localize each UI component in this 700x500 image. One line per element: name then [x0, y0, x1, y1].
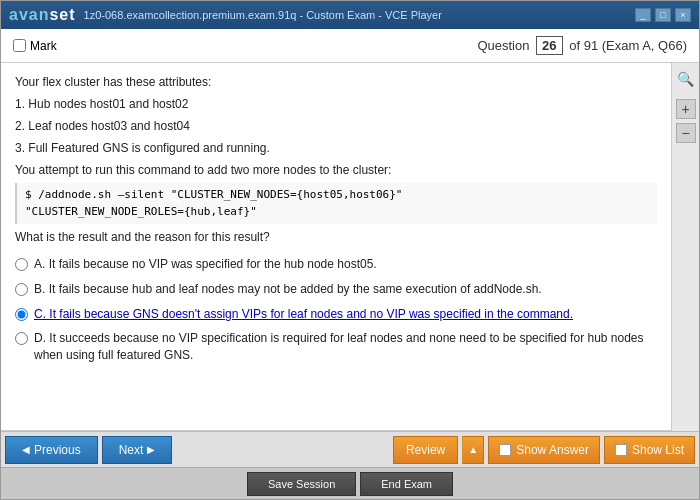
mark-label: Mark	[30, 39, 57, 53]
end-exam-label: End Exam	[381, 478, 432, 490]
review-dropdown-icon: ▲	[468, 444, 478, 455]
question-label: Question	[477, 38, 529, 53]
toolbar-row1: ◀ Previous Next ▶ Review ▲ Show Answer	[1, 431, 699, 467]
main-split: Your flex cluster has these attributes: …	[1, 63, 699, 431]
show-answer-button[interactable]: Show Answer	[488, 436, 600, 464]
show-list-icon	[615, 444, 627, 456]
command-intro: You attempt to run this command to add t…	[15, 161, 657, 179]
title-bar-left: avanset 1z0-068.examcollection.premium.e…	[9, 6, 442, 24]
attr-3: 3. Full Featured GNS is configured and r…	[15, 139, 657, 157]
question-number: 26	[536, 36, 562, 55]
option-d-radio[interactable]	[15, 332, 28, 345]
option-d-label: D. It succeeds because no VIP specificat…	[34, 330, 657, 364]
search-icon[interactable]: 🔍	[677, 71, 694, 87]
options-group: A. It fails because no VIP was specified…	[15, 256, 657, 364]
next-label: Next	[119, 443, 144, 457]
question-of: of	[569, 38, 583, 53]
maximize-button[interactable]: □	[655, 8, 671, 22]
question-total: 91	[584, 38, 598, 53]
window-controls[interactable]: _ □ ×	[635, 8, 691, 22]
option-a-label: A. It fails because no VIP was specified…	[34, 256, 377, 273]
option-c-radio[interactable]	[15, 308, 28, 321]
option-b-label: B. It fails because hub and leaf nodes m…	[34, 281, 542, 298]
zoom-out-button[interactable]: −	[676, 123, 696, 143]
mark-input[interactable]	[13, 39, 26, 52]
next-button[interactable]: Next ▶	[102, 436, 173, 464]
question-info: Question 26 of 91 (Exam A, Q66)	[477, 36, 687, 55]
option-d[interactable]: D. It succeeds because no VIP specificat…	[15, 330, 657, 364]
attr-2: 2. Leaf nodes host03 and host04	[15, 117, 657, 135]
exam-info: (Exam A, Q66)	[602, 38, 687, 53]
option-b[interactable]: B. It fails because hub and leaf nodes m…	[15, 281, 657, 298]
option-a-radio[interactable]	[15, 258, 28, 271]
review-label: Review	[406, 443, 445, 457]
main-window: avanset 1z0-068.examcollection.premium.e…	[0, 0, 700, 500]
intro-text: Your flex cluster has these attributes:	[15, 73, 657, 91]
previous-button[interactable]: ◀ Previous	[5, 436, 98, 464]
bottom-area: ◀ Previous Next ▶ Review ▲ Show Answer	[1, 431, 699, 499]
minimize-button[interactable]: _	[635, 8, 651, 22]
title-bar: avanset 1z0-068.examcollection.premium.e…	[1, 1, 699, 29]
attr-1: 1. Hub nodes host01 and host02	[15, 95, 657, 113]
sidebar-right: 🔍 + −	[671, 63, 699, 431]
mark-checkbox[interactable]: Mark	[13, 39, 57, 53]
end-exam-button[interactable]: End Exam	[360, 472, 453, 496]
option-c[interactable]: C. It fails because GNS doesn't assign V…	[15, 306, 657, 323]
prev-arrow: ◀	[22, 444, 30, 455]
question-body: Your flex cluster has these attributes: …	[1, 63, 671, 431]
show-answer-icon	[499, 444, 511, 456]
review-button[interactable]: Review	[393, 436, 458, 464]
window-title: 1z0-068.examcollection.premium.exam.91q …	[84, 9, 442, 21]
option-b-radio[interactable]	[15, 283, 28, 296]
question-intro: Your flex cluster has these attributes: …	[15, 73, 657, 246]
app-logo: avanset	[9, 6, 76, 24]
question-panel: Your flex cluster has these attributes: …	[1, 63, 671, 431]
review-dropdown-button[interactable]: ▲	[462, 436, 484, 464]
show-list-button[interactable]: Show List	[604, 436, 695, 464]
save-session-button[interactable]: Save Session	[247, 472, 356, 496]
previous-label: Previous	[34, 443, 81, 457]
option-a[interactable]: A. It fails because no VIP was specified…	[15, 256, 657, 273]
option-c-label: C. It fails because GNS doesn't assign V…	[34, 306, 573, 323]
zoom-in-button[interactable]: +	[676, 99, 696, 119]
question-text-label: What is the result and the reason for th…	[15, 228, 657, 246]
show-list-label: Show List	[632, 443, 684, 457]
question-header: Mark Question 26 of 91 (Exam A, Q66)	[1, 29, 699, 63]
close-button[interactable]: ×	[675, 8, 691, 22]
save-session-label: Save Session	[268, 478, 335, 490]
content-area: Mark Question 26 of 91 (Exam A, Q66) You…	[1, 29, 699, 499]
toolbar-row2: Save Session End Exam	[1, 467, 699, 499]
command-block: $ /addnode.sh –silent "CLUSTER_NEW_NODES…	[15, 183, 657, 224]
next-arrow: ▶	[147, 444, 155, 455]
show-answer-label: Show Answer	[516, 443, 589, 457]
